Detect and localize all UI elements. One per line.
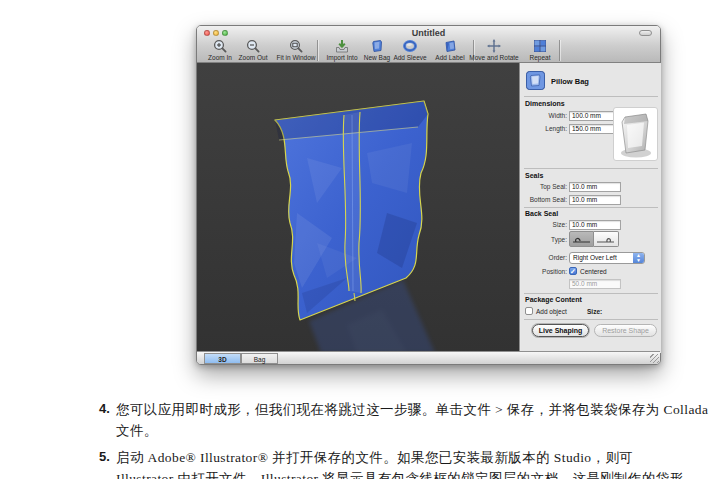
title-bar[interactable]: Untitled Zoom In Zoom Out <box>197 26 660 63</box>
tab-bag[interactable]: Bag <box>241 353 278 364</box>
bottom-seal-label: Bottom Seal: <box>523 196 567 203</box>
separator <box>524 207 658 208</box>
top-seal-label: Top Seal: <box>523 183 567 190</box>
toolbar-toggle-capsule[interactable] <box>639 30 652 36</box>
toolbar-button-repeat[interactable]: Repeat <box>522 38 558 63</box>
live-shaping-button[interactable]: Live Shaping <box>532 324 589 337</box>
top-seal-input[interactable]: 10.0 mm <box>569 182 621 192</box>
step-text-line: 您可以应用即时成形，但我们现在将跳过这一步骤。单击文件 > 保存，并将包装袋保存… <box>116 401 708 419</box>
move-and-rotate-icon <box>460 38 528 54</box>
back-seal-type-label: Type: <box>523 236 567 243</box>
resize-grip[interactable] <box>650 354 659 363</box>
toolbar-label: Add Sleeve <box>388 54 432 61</box>
position-label: Position: <box>523 268 567 275</box>
order-value: Right Over Left <box>573 254 617 261</box>
seal-type-fin-left-button[interactable] <box>569 231 594 247</box>
content-size-label: Size: <box>587 308 602 315</box>
step-number: 4. <box>99 401 110 416</box>
pillow-bag-3d-render <box>197 63 520 353</box>
stepper-arrows-icon: ▲▼ <box>633 253 644 263</box>
back-seal-size-input[interactable]: 10.0 mm <box>569 220 621 230</box>
toolbar-divider <box>317 40 318 61</box>
step-text-line: 文件。 <box>116 422 158 440</box>
panel-title: Pillow Bag <box>551 77 589 86</box>
step-text-line: 启动 Adobe® Illustrator® 并打开保存的文件。如果您已安装最新… <box>116 449 633 467</box>
seals-title: Seals <box>525 172 543 179</box>
add-object-label: Add object <box>536 308 567 315</box>
step-text-line: Illustrator 中打开文件，Illustrator 将显示具有包含线框的… <box>116 470 684 479</box>
separator <box>524 293 658 294</box>
document-page: Untitled Zoom In Zoom Out <box>0 0 719 479</box>
add-sleeve-icon <box>388 38 432 54</box>
step-number: 5. <box>99 449 110 464</box>
settings-panel: Pillow Bag Dimensions Width: 100.0 mm Le… <box>521 63 661 353</box>
bottom-seal-input[interactable]: 10.0 mm <box>569 195 621 205</box>
viewport-3d[interactable] <box>197 63 520 353</box>
toolbar-button-move-and-rotate[interactable]: Move and Rotate <box>460 38 528 63</box>
window-title: Untitled <box>197 28 660 38</box>
toolbar-label: Move and Rotate <box>460 54 528 61</box>
bag-preview-thumbnail <box>613 107 658 161</box>
separator <box>524 168 658 169</box>
order-select[interactable]: Right Over Left ▲▼ <box>569 252 645 264</box>
length-label: Length: <box>523 125 567 132</box>
seal-type-toggle <box>569 231 619 247</box>
view-tab-bar: 3D Bag <box>197 351 660 364</box>
add-object-checkbox[interactable] <box>525 307 533 315</box>
repeat-icon <box>522 38 558 54</box>
toolbar: Zoom In Zoom Out Fit in Window <box>197 38 660 63</box>
separator <box>524 96 658 97</box>
dimensions-title: Dimensions <box>525 100 565 107</box>
centered-label: Centered <box>580 268 607 275</box>
seal-type-fin-right-button[interactable] <box>594 231 619 247</box>
toolbar-button-add-sleeve[interactable]: Add Sleeve <box>388 38 432 63</box>
toolbar-divider <box>559 40 560 61</box>
tab-3d[interactable]: 3D <box>204 353 241 364</box>
width-label: Width: <box>523 112 567 119</box>
order-label: Order: <box>523 254 567 261</box>
pillow-bag-icon <box>526 71 545 91</box>
centered-checkbox[interactable]: ✓ <box>569 267 577 275</box>
back-seal-title: Back Seal <box>525 210 558 217</box>
app-window: Untitled Zoom In Zoom Out <box>196 25 661 365</box>
toolbar-label: Repeat <box>522 54 558 61</box>
package-content-title: Package Content <box>525 296 582 303</box>
back-seal-size-label: Size: <box>523 221 567 228</box>
position-offset-input[interactable]: 50.0 mm <box>569 279 621 289</box>
restore-shape-button[interactable]: Restore Shape <box>594 324 657 337</box>
separator <box>524 319 658 320</box>
